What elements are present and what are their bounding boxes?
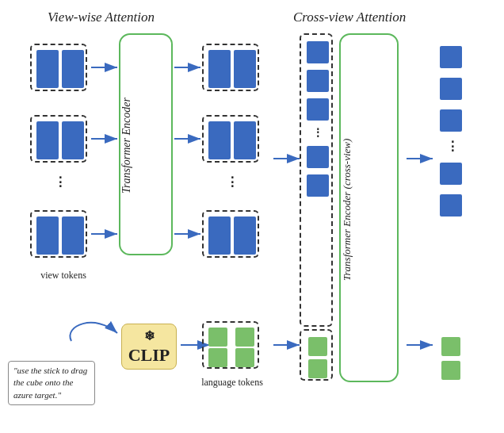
- blue-token: [307, 146, 329, 168]
- view-group-1: [30, 44, 87, 91]
- encoder-label-cross: Transformer Encoder (cross-view): [341, 35, 400, 384]
- blue-token: [62, 66, 84, 88]
- output-blue-4: [440, 163, 462, 185]
- cross-view-input-group: ⋮: [300, 33, 333, 327]
- dots-middle: ⋮: [226, 174, 239, 190]
- view-group-2: [30, 115, 87, 163]
- diagram-container: View-wise Attention Cross-view Attention: [0, 0, 504, 433]
- dots-right: ⋮: [446, 139, 459, 154]
- output-green-1: [441, 337, 460, 356]
- quote-box: "use the stick to drag the cube onto the…: [8, 361, 95, 405]
- output-blue-3: [440, 109, 462, 132]
- view-tokens-label: view tokens: [16, 270, 111, 282]
- cross-view-lang-group: [300, 329, 333, 381]
- green-token: [235, 348, 254, 367]
- clip-box: ❄ CLIP: [121, 324, 177, 370]
- output-green-2: [441, 361, 460, 380]
- blue-token: [36, 137, 59, 159]
- blue-token: [234, 232, 256, 255]
- dots-left: ⋮: [54, 174, 67, 190]
- blue-token: [62, 137, 84, 159]
- green-token: [208, 328, 227, 347]
- encoder-label-main: Transformer Encoder: [120, 35, 174, 257]
- output-group-2: [202, 115, 259, 163]
- blue-token: [62, 232, 84, 255]
- blue-token: [307, 70, 329, 92]
- blue-token: [208, 66, 231, 88]
- output-group-n: [202, 210, 259, 258]
- blue-token: [36, 232, 59, 255]
- language-group: [202, 321, 259, 369]
- language-tokens-label: language tokens: [197, 377, 268, 389]
- transformer-encoder-cross: Transformer Encoder (cross-view): [339, 33, 399, 382]
- blue-token: [208, 232, 231, 255]
- green-token: [308, 359, 327, 378]
- blue-token: [208, 137, 231, 159]
- blue-token: [234, 137, 256, 159]
- dots: ⋮: [312, 126, 323, 140]
- green-token: [235, 328, 254, 347]
- output-blue-5: [440, 194, 462, 216]
- blue-token: [307, 98, 329, 121]
- view-group-n: [30, 210, 87, 258]
- blue-token: [234, 66, 256, 88]
- clip-snowflake: ❄: [144, 328, 155, 343]
- view-wise-label: View-wise Attention: [48, 10, 155, 25]
- transformer-encoder-main: Transformer Encoder: [119, 33, 173, 255]
- green-token: [208, 348, 227, 367]
- blue-token: [36, 66, 59, 88]
- blue-token: [307, 41, 329, 63]
- clip-label: CLIP: [128, 345, 170, 366]
- output-blue-1: [440, 46, 462, 68]
- output-group-1: [202, 44, 259, 91]
- blue-token: [307, 174, 329, 197]
- green-token: [308, 337, 327, 356]
- output-blue-2: [440, 78, 462, 100]
- cross-view-label: Cross-view Attention: [293, 10, 406, 25]
